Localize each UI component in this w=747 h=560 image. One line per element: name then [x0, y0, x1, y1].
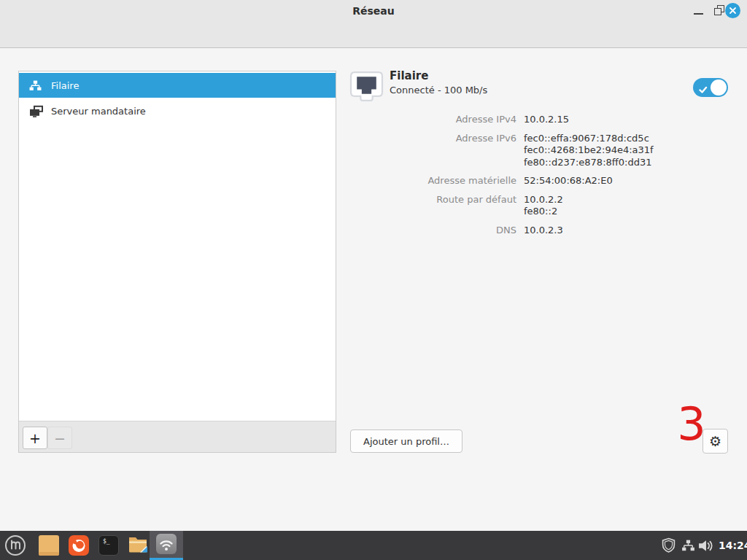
gear-icon: ⚙ [709, 433, 721, 449]
mint-menu-button[interactable] [4, 534, 26, 556]
detail-value: fec0::effa:9067:178d:cd5c [524, 133, 654, 145]
detail-value: fe80::d237:e878:8ff0:dd31 [524, 157, 654, 169]
toggle-knob [711, 79, 727, 96]
connection-list: Filaire Serveur mandataire + − [18, 71, 336, 453]
detail-value: 10.0.2.15 [524, 114, 569, 126]
detail-label: Adresse matérielle [350, 175, 516, 187]
firefox-button[interactable] [69, 535, 89, 556]
titlebar: Réseau [0, 0, 747, 48]
tray-network-icon[interactable] [681, 539, 696, 556]
detail-row-ipv6: Adresse IPv6 fec0::effa:9067:178d:cd5c f… [350, 133, 729, 169]
list-toolbar: + − [19, 421, 336, 452]
minimize-button[interactable] [694, 13, 703, 15]
sidebar-item-wired[interactable]: Filaire [19, 73, 336, 98]
proxy-icon [29, 105, 44, 117]
detail-row-route: Route par défaut 10.0.2.2 fe80::2 [350, 194, 729, 218]
annotation-marker-3: 3 [677, 398, 706, 450]
sidebar-item-label: Filaire [51, 80, 79, 91]
check-icon [699, 83, 708, 97]
detail-label: Adresse IPv4 [350, 114, 516, 126]
sidebar-item-proxy[interactable]: Serveur mandataire [19, 98, 336, 123]
close-icon [729, 7, 737, 15]
detail-label: Route par défaut [350, 194, 516, 218]
terminal-button[interactable]: $_ [98, 535, 119, 556]
close-button[interactable] [725, 3, 740, 18]
desktop-notes-icon [39, 535, 59, 556]
window-title: Réseau [0, 5, 747, 17]
desktop-notes-button[interactable] [39, 535, 59, 556]
network-app-icon [156, 534, 177, 554]
network-settings-task-active[interactable] [150, 531, 183, 560]
detail-row-ipv4: Adresse IPv4 10.0.2.15 [350, 114, 729, 126]
volume-icon[interactable] [698, 538, 715, 556]
wired-network-icon [29, 79, 44, 91]
ethernet-port-icon [349, 71, 384, 106]
terminal-icon: $_ [103, 538, 110, 545]
taskbar: $_ [0, 531, 747, 560]
connection-title: Filaire [390, 69, 428, 82]
folder-icon [128, 535, 148, 554]
detail-value: 52:54:00:68:A2:E0 [524, 175, 613, 187]
detail-row-hardware: Adresse matérielle 52:54:00:68:A2:E0 [350, 175, 729, 187]
maximize-button[interactable] [714, 5, 724, 15]
sidebar-item-label: Serveur mandataire [51, 106, 146, 117]
connection-details: Adresse IPv4 10.0.2.15 Adresse IPv6 fec0… [350, 114, 729, 243]
taskbar-clock[interactable]: 14:24 [719, 540, 747, 551]
add-connection-button[interactable]: + [23, 427, 47, 449]
connection-toggle[interactable] [693, 78, 728, 97]
add-profile-button[interactable]: Ajouter un profil… [350, 429, 462, 453]
detail-row-dns: DNS 10.0.2.3 [350, 225, 729, 237]
shield-icon[interactable] [661, 537, 676, 556]
remove-connection-button[interactable]: − [47, 427, 72, 449]
file-manager-button[interactable] [128, 535, 148, 556]
detail-value: fe80::2 [524, 206, 563, 218]
mint-logo-icon [4, 534, 26, 556]
detail-value: fec0::4268:1be2:94e4:a31f [524, 144, 654, 157]
detail-label: Adresse IPv6 [350, 133, 516, 169]
firefox-icon [69, 535, 89, 556]
connection-status: Connecté - 100 Mb/s [390, 85, 487, 96]
settings-gear-button[interactable]: ⚙ [703, 429, 728, 454]
detail-label: DNS [350, 225, 516, 237]
detail-value: 10.0.2.2 [524, 194, 563, 206]
detail-value: 10.0.2.3 [524, 225, 563, 237]
